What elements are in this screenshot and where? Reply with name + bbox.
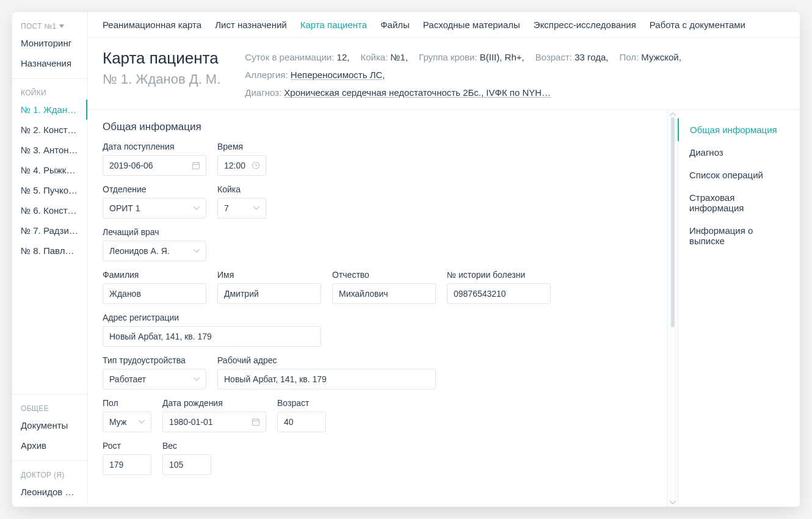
header-left: Карта пациента № 1. Жданов Д. М. — [103, 49, 220, 87]
label-firstname: Имя — [217, 270, 321, 280]
top-tabs: Реанимационная карта Лист назначений Кар… — [88, 12, 800, 38]
content-wrap: Общая информация Дата поступления 2019-0… — [88, 109, 800, 507]
time-input[interactable]: 12:00 — [217, 155, 266, 176]
doctor-header: ДОКТОР (Я) — [12, 466, 87, 482]
beds-header: КОЙКИ — [12, 84, 87, 100]
anchor-diagnosis[interactable]: Диагноз — [678, 141, 800, 164]
anchor-insurance[interactable]: Страховая информация — [678, 186, 800, 219]
meta-age: Возраст: 33 года, — [535, 49, 609, 65]
firstname-input[interactable]: Дмитрий — [217, 283, 321, 304]
scrollbar-thumb[interactable] — [671, 117, 675, 327]
bed-item-5[interactable]: № 5. Пучков… — [12, 180, 87, 200]
tab-assignment-sheet[interactable]: Лист назначений — [215, 20, 287, 30]
anchor-general[interactable]: Общая информация — [678, 118, 800, 141]
label-lastname: Фамилия — [103, 270, 206, 280]
dob-input[interactable]: 1980-01-01 — [162, 412, 266, 432]
field-patronymic: Отчество Михайлович — [332, 270, 436, 304]
label-age: Возраст — [277, 398, 326, 408]
field-lastname: Фамилия Жданов — [103, 270, 206, 304]
field-bed: Койка 7 — [217, 184, 266, 219]
tab-files[interactable]: Файлы — [380, 20, 410, 30]
bed-item-2[interactable]: № 2. Конста… — [12, 120, 87, 140]
bed-item-4[interactable]: № 4. Рыжко… — [12, 160, 87, 180]
chevron-down-icon — [194, 206, 200, 210]
anchor-discharge[interactable]: Информация о выписке — [678, 219, 800, 252]
scroll-up-icon[interactable] — [670, 111, 676, 117]
page-subtitle: № 1. Жданов Д. М. — [103, 71, 220, 87]
field-work-address: Рабочий адрес Новый Арбат, 141, кв. 179 — [217, 355, 436, 390]
main-area: Реанимационная карта Лист назначений Кар… — [88, 12, 800, 507]
field-weight: Вес 105 — [162, 441, 211, 475]
label-department: Отделение — [103, 184, 206, 194]
tab-consumables[interactable]: Расходные материалы — [423, 20, 520, 30]
caret-down-icon — [59, 24, 64, 28]
lastname-input[interactable]: Жданов — [103, 283, 206, 304]
work-address-input[interactable]: Новый Арбат, 141, кв. 179 — [217, 369, 436, 390]
post-label: ПОСТ №1 — [21, 22, 57, 31]
history-no-input[interactable]: 09876543210 — [447, 283, 551, 304]
label-reg-address: Адрес регистрации — [103, 313, 321, 322]
sidebar-section-beds: КОЙКИ № 1. Ждано … № 2. Конста… № 3. Ант… — [12, 79, 87, 394]
department-select[interactable]: ОРИТ 1 — [103, 198, 206, 219]
bed-item-3[interactable]: № 3. Антоне… — [12, 140, 87, 160]
meta-days: Суток в реанимации: 12, — [245, 49, 349, 65]
sidebar-section-post: ПОСТ №1 Мониторинг Назначения — [12, 12, 87, 79]
sidebar: ПОСТ №1 Мониторинг Назначения КОЙКИ № 1.… — [12, 12, 88, 507]
bed-select[interactable]: 7 — [217, 198, 266, 219]
employment-select[interactable]: Работает — [103, 369, 206, 390]
field-history-no: № истории болезни 09876543210 — [447, 270, 551, 304]
weight-input[interactable]: 105 — [162, 454, 211, 475]
sidebar-item-assignments[interactable]: Назначения — [12, 53, 87, 73]
scrollbar-track[interactable] — [671, 117, 675, 499]
sidebar-item-archive[interactable]: Архив — [12, 435, 87, 455]
label-work-address: Рабочий адрес — [217, 355, 436, 365]
bed-item-8[interactable]: № 8. Павлов… — [12, 241, 87, 261]
doctor-select[interactable]: Леонидов А. Я. — [103, 241, 206, 261]
field-dob: Дата рождения 1980-01-01 — [162, 398, 266, 432]
label-admit-date: Дата поступления — [103, 142, 206, 151]
label-doctor: Лечащий врач — [103, 227, 206, 237]
general-header: ОБЩЕЕ — [12, 399, 87, 415]
anchor-operations[interactable]: Список операций — [678, 164, 800, 186]
scroll-down-icon[interactable] — [670, 499, 676, 506]
tab-express-research[interactable]: Экспресс-исследования — [534, 20, 636, 30]
sidebar-item-monitoring[interactable]: Мониторинг — [12, 33, 87, 53]
form-scrollbar[interactable] — [667, 110, 678, 507]
bed-item-7[interactable]: № 7. Радзих… — [12, 220, 87, 241]
meta-allergy: Аллергия: Непереносимость ЛС, — [245, 67, 385, 83]
label-employment: Тип трудоустройства — [103, 355, 206, 365]
post-selector[interactable]: ПОСТ №1 — [12, 17, 87, 33]
bed-item-6[interactable]: № 6. Конста… — [12, 200, 87, 220]
tab-documents[interactable]: Работа с документами — [650, 20, 745, 30]
admit-date-input[interactable]: 2019-06-06 — [103, 155, 206, 176]
label-height: Рост — [103, 441, 151, 451]
tab-patient-card[interactable]: Карта пациента — [300, 20, 367, 30]
field-admit-date: Дата поступления 2019-06-06 — [103, 142, 206, 176]
label-patronymic: Отчество — [332, 270, 436, 280]
field-time: Время 12:00 — [217, 142, 266, 176]
anchor-nav: Общая информация Диагноз Список операций… — [678, 110, 800, 507]
page-title: Карта пациента — [103, 49, 220, 68]
reg-address-input[interactable]: Новый Арбат, 141, кв. 179 — [103, 326, 321, 347]
field-department: Отделение ОРИТ 1 — [103, 184, 206, 219]
field-sex: Пол Муж — [103, 398, 151, 432]
meta-bed: Койка: №1, — [360, 49, 408, 65]
field-firstname: Имя Дмитрий — [217, 270, 321, 304]
label-dob: Дата рождения — [162, 398, 266, 408]
meta-blood: Группа крови: B(III), Rh+, — [419, 49, 524, 65]
meta-diagnosis: Диагноз: Хроническая сердечная недостато… — [245, 84, 785, 101]
sidebar-item-doctor[interactable]: Леонидов А. … — [12, 482, 87, 502]
height-input[interactable]: 179 — [103, 454, 151, 475]
label-sex: Пол — [103, 398, 151, 408]
sidebar-section-general: ОБЩЕЕ Документы Архив — [12, 394, 87, 461]
patronymic-input[interactable]: Михайлович — [332, 283, 436, 304]
app-frame: ПОСТ №1 Мониторинг Назначения КОЙКИ № 1.… — [12, 12, 800, 507]
field-height: Рост 179 — [103, 441, 151, 475]
tab-resuscitation-card[interactable]: Реанимационная карта — [103, 20, 201, 30]
sidebar-item-documents[interactable]: Документы — [12, 415, 87, 435]
label-weight: Вес — [162, 441, 211, 451]
bed-item-1[interactable]: № 1. Ждано … — [12, 100, 87, 120]
sex-select[interactable]: Муж — [103, 412, 151, 432]
age-input[interactable]: 40 — [277, 412, 326, 432]
sidebar-section-doctor: ДОКТОР (Я) Леонидов А. … — [12, 461, 87, 507]
